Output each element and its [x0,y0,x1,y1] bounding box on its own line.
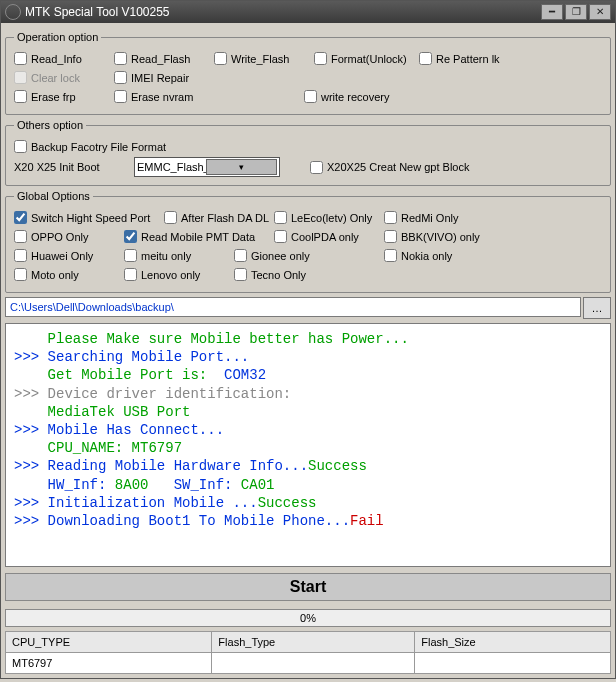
table-row: MT6797 [6,653,611,674]
global-option-checkbox[interactable]: After Flash DA DL [164,211,274,224]
global-option-checkbox[interactable]: LeEco(letv) Only [274,211,384,224]
creat-new-gpt-checkbox[interactable]: X20X25 Creat New gpt Block [310,161,469,174]
global-option-checkbox[interactable]: Gionee only [234,249,384,262]
read-info-checkbox[interactable]: Read_Info [14,52,114,65]
global-option-checkbox[interactable]: OPPO Only [14,230,124,243]
global-options-group: Global Options Switch Hight Speed PortAf… [5,190,611,293]
global-option-checkbox[interactable]: Nokia only [384,249,494,262]
progress-bar: 0% [5,609,611,627]
global-option-checkbox[interactable]: Read Mobile PMT Data [124,230,274,243]
re-pattern-checkbox[interactable]: Re Pattern lk [419,52,519,65]
browse-button[interactable]: … [583,297,611,319]
maximize-button[interactable]: ❐ [565,4,587,20]
col-flash-size: Flash_Size [415,632,611,653]
log-console[interactable]: Please Make sure Mobile better has Power… [5,323,611,567]
global-options-legend: Global Options [14,190,93,202]
chevron-down-icon: ▾ [206,159,277,175]
others-option-group: Others option Backup Facotry File Format… [5,119,611,186]
erase-frp-checkbox[interactable]: Erase frp [14,90,114,103]
operation-option-group: Operation option Read_Info Read_Flash Wr… [5,31,611,115]
app-window: MTK Special Tool V100255 ━ ❐ ✕ Operation… [0,0,616,679]
clear-lock-checkbox: Clear lock [14,71,114,84]
erase-nvram-checkbox[interactable]: Erase nvram [114,90,214,103]
backup-factory-checkbox[interactable]: Backup Facotry File Format [14,140,602,153]
close-button[interactable]: ✕ [589,4,611,20]
operation-option-legend: Operation option [14,31,101,43]
init-boot-value: EMMC_Flash_Init_1 [137,161,206,173]
ellipsis-icon: … [592,302,603,314]
init-boot-dropdown[interactable]: EMMC_Flash_Init_1 ▾ [134,157,280,177]
global-option-checkbox[interactable]: Switch Hight Speed Port [14,211,164,224]
imei-repair-checkbox[interactable]: IMEI Repair [114,71,214,84]
global-option-checkbox[interactable]: Moto only [14,268,124,281]
global-option-checkbox[interactable]: Huawei Only [14,249,124,262]
others-option-legend: Others option [14,119,86,131]
minimize-button[interactable]: ━ [541,4,563,20]
col-cpu-type: CPU_TYPE [6,632,212,653]
app-icon [5,4,21,20]
read-flash-checkbox[interactable]: Read_Flash [114,52,214,65]
col-flash-type: Flash_Type [212,632,415,653]
flash-table: CPU_TYPE Flash_Type Flash_Size MT6797 [5,631,611,674]
write-recovery-checkbox[interactable]: write recovery [304,90,409,103]
titlebar: MTK Special Tool V100255 ━ ❐ ✕ [1,1,615,23]
global-option-checkbox[interactable]: Tecno Only [234,268,344,281]
window-title: MTK Special Tool V100255 [25,5,170,19]
format-unlock-checkbox[interactable]: Format(Unlock) [314,52,419,65]
global-option-checkbox[interactable]: BBK(VIVO) only [384,230,494,243]
global-option-checkbox[interactable]: CoolPDA only [274,230,384,243]
start-button[interactable]: Start [5,573,611,601]
backup-path-input[interactable] [5,297,581,317]
global-option-checkbox[interactable]: Lenovo only [124,268,234,281]
init-boot-label: X20 X25 Init Boot [14,161,124,173]
global-option-checkbox[interactable]: meitu only [124,249,234,262]
global-option-checkbox[interactable]: RedMi Only [384,211,494,224]
write-flash-checkbox[interactable]: Write_Flash [214,52,314,65]
client-area: Operation option Read_Info Read_Flash Wr… [1,23,615,678]
